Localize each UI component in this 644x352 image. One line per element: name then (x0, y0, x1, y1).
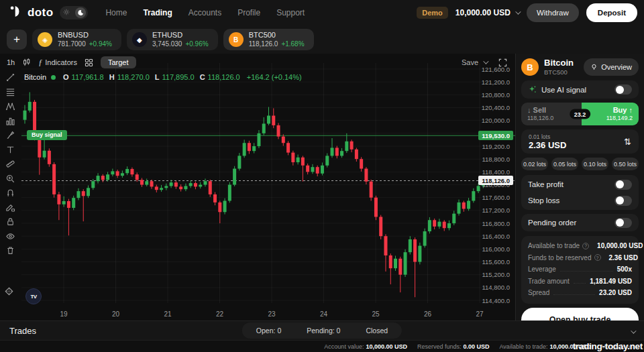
hide-all-drawings-icon[interactable] (4, 231, 16, 241)
buy-signal-price-badge: 119,530.0 (478, 131, 513, 140)
nav-item-home[interactable]: Home (105, 8, 127, 17)
summary-row: Trade amount1,181.49 USD (528, 276, 632, 288)
instrument-symbol: BTC500 (249, 31, 305, 40)
open-value: 117,961.8 (72, 73, 104, 81)
theme-toggle[interactable] (60, 6, 88, 19)
lot-presets: 0.02 lots0.05 lots0.10 lots0.50 lots (521, 158, 639, 170)
take-profit-toggle[interactable] (614, 180, 632, 190)
open-buy-trade-button[interactable]: Open buy trade (521, 308, 639, 321)
xabcd-pattern-icon[interactable] (4, 101, 16, 111)
top-navbar: doto HomeTradingAccountsProfileSupport D… (0, 0, 644, 25)
demo-badge: Demo (417, 7, 448, 19)
save-layout-button[interactable]: Save (462, 58, 487, 66)
pending-order-toggle[interactable] (614, 218, 632, 228)
fullscreen-icon[interactable] (498, 58, 507, 70)
pending-order-label: Pending order (528, 219, 576, 227)
nav-item-support[interactable]: Support (276, 8, 305, 17)
fib-retracement-icon[interactable] (4, 87, 16, 97)
nav-item-profile[interactable]: Profile (237, 8, 260, 17)
info-icon[interactable]: ? (582, 243, 589, 249)
overview-button[interactable]: Overview (584, 58, 639, 76)
price-axis-label: 120,000.0 (482, 117, 510, 124)
sparkle-icon (528, 85, 537, 94)
btc-icon: B (229, 32, 244, 47)
zoom-in-icon[interactable] (4, 174, 16, 184)
time-axis-label: 20 (112, 310, 119, 318)
collapse-chevron-icon[interactable] (631, 325, 635, 337)
lots-label: 0.01 lots (529, 133, 566, 140)
time-axis-label: 27 (476, 310, 483, 318)
instrument-subtitle: BTC500 (544, 68, 574, 76)
instrument-symbol: ETHUSD (152, 31, 209, 40)
time-axis-label: 19 (60, 310, 67, 318)
candlestick-chart[interactable] (0, 54, 515, 320)
time-axis-label: 23 (268, 310, 275, 318)
add-instrument-button[interactable]: + (7, 30, 27, 50)
lots-value: 2.36 USD (529, 140, 566, 150)
target-button[interactable]: Target (101, 56, 136, 68)
lot-preset-0.05[interactable]: 0.05 lots (551, 158, 578, 170)
trades-tab-open[interactable]: Open: 0 (244, 324, 294, 337)
lock-all-drawings-icon[interactable] (4, 217, 16, 227)
status-reserved-funds: Reserved funds:0.00 USD (417, 343, 490, 350)
time-axis-label: 26 (424, 310, 431, 318)
instrument-tab-bnbusd[interactable]: ◈BNBUSD781.7000+0.94% (32, 29, 121, 50)
ruler-icon[interactable] (4, 159, 16, 169)
price-axis-label: 118,800.0 (482, 156, 510, 163)
trades-tab-pending[interactable]: Pending: 0 (294, 324, 353, 337)
doto-logo-icon (9, 4, 24, 22)
lot-preset-0.50[interactable]: 0.50 lots (612, 158, 639, 170)
remove-all-drawings-icon[interactable] (4, 245, 16, 255)
price-axis-label: 117,200.0 (482, 207, 510, 214)
doto-logo-text: doto (28, 6, 53, 19)
instrument-symbol: BNBUSD (58, 31, 112, 40)
nav-item-accounts[interactable]: Accounts (189, 8, 221, 17)
instrument-title: Bitcoin (544, 58, 574, 68)
info-icon[interactable]: ? (594, 254, 601, 261)
swap-units-icon[interactable]: ⇅ (624, 137, 631, 147)
lot-preset-0.02[interactable]: 0.02 lots (521, 158, 548, 170)
trade-panel: B Bitcoin BTC500 Overview Use AI signal … (515, 54, 644, 320)
trades-tab-closed[interactable]: Closed (353, 324, 400, 337)
ai-signal-toggle[interactable] (614, 84, 632, 95)
sell-buy-buttons: ↓ Sell 118,126.0 Buy ↑ 118,149.2 23.2 (521, 103, 639, 125)
text-tool-icon[interactable] (4, 145, 16, 155)
balance-value: 10,000.00 USD (455, 8, 511, 17)
instrument-change: +1.68% (281, 40, 304, 48)
drawing-mode-icon[interactable] (4, 202, 16, 213)
withdraw-button[interactable]: Withdraw (527, 3, 579, 22)
status-account-value: Account value:10,000.00 USD (324, 343, 407, 350)
instrument-tab-ethusd[interactable]: ◆ETHUSD3,745.030+0.96% (127, 29, 218, 50)
instrument-tabs: ◈BNBUSD781.7000+0.94%◆ETHUSD3,745.030+0.… (32, 29, 314, 50)
lots-input[interactable]: 0.01 lots 2.36 USD ⇅ (521, 129, 639, 154)
lot-preset-0.10[interactable]: 0.10 lots (582, 158, 608, 170)
nav-item-trading[interactable]: Trading (143, 8, 172, 17)
price-axis-label: 116,800.0 (482, 220, 510, 227)
stop-loss-toggle[interactable] (614, 196, 632, 206)
layout-grid-icon[interactable] (85, 58, 93, 67)
magnet-icon[interactable] (4, 188, 16, 198)
chart-section: 1h ƒ Indicators Target Save Bitcoin O117… (0, 54, 515, 320)
doto-logo[interactable]: doto (9, 4, 53, 22)
trend-line-icon[interactable] (4, 72, 16, 82)
price-axis-label: 118,400.0 (482, 168, 510, 176)
summary-row: Leverage500x (528, 263, 632, 276)
instrument-price: 118,126.0 (249, 40, 278, 48)
tradingview-logo[interactable]: TV (25, 288, 42, 304)
candle-style-icon[interactable] (22, 58, 31, 67)
object-tree-icon[interactable] (4, 286, 14, 299)
drawing-tools-sidebar (0, 72, 20, 255)
deposit-button[interactable]: Deposit (586, 3, 637, 22)
bnb-icon: ◈ (38, 32, 52, 47)
brush-icon[interactable] (4, 130, 16, 140)
instrument-tab-btc500[interactable]: BBTC500118,126.0+1.68% (223, 29, 314, 50)
instrument-change: +0.96% (185, 40, 208, 48)
time-axis-label: 25 (372, 310, 379, 318)
indicators-button[interactable]: ƒ Indicators (38, 58, 77, 68)
price-axis-label: 121,200.0 (482, 78, 510, 86)
balance-dropdown[interactable]: 10,000.00 USD (455, 8, 519, 17)
timeframe-button[interactable]: 1h (7, 58, 15, 66)
forecast-icon[interactable] (4, 116, 16, 126)
close-value: 118,126.0 (208, 73, 240, 81)
instrument-tabs-row: + ◈BNBUSD781.7000+0.94%◆ETHUSD3,745.030+… (0, 25, 644, 54)
